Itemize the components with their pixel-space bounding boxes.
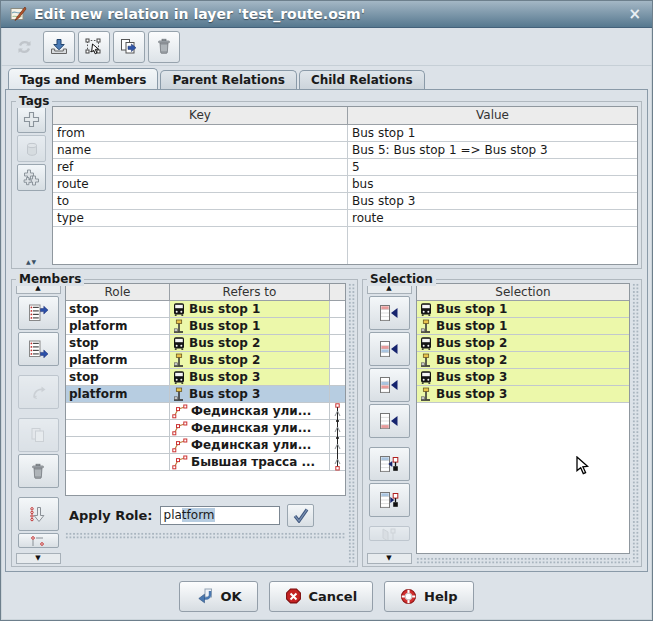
tag-value-cell[interactable]: Bus stop 3 [348, 193, 637, 209]
paste-tags-button[interactable] [17, 164, 46, 191]
members-table-header[interactable]: Role Refers to [66, 284, 345, 301]
add-selection-at-start-button[interactable] [369, 296, 410, 330]
link-column-header[interactable] [330, 284, 345, 300]
member-refers-to-cell[interactable]: Bus stop 1 [170, 318, 330, 334]
selection-row[interactable]: Bus stop 1 [417, 301, 629, 318]
ok-button[interactable]: OK [179, 581, 257, 612]
tag-row-to[interactable]: toBus stop 3 [53, 193, 637, 210]
tags-table-empty-area[interactable] [53, 227, 637, 264]
selection-row[interactable]: Bus stop 1 [417, 318, 629, 335]
members-vertical-scrollbar[interactable] [348, 283, 355, 564]
member-refers-to-cell[interactable]: Фединская ули... [170, 437, 330, 453]
member-refers-to-cell[interactable]: Bus stop 1 [170, 301, 330, 317]
tag-key-cell[interactable]: ref [53, 159, 348, 175]
member-refers-to-cell[interactable]: Фединская ули... [170, 420, 330, 436]
member-role-cell[interactable] [66, 437, 170, 453]
tag-value-cell[interactable]: Bus stop 1 [348, 125, 637, 141]
tab-tags-and-members[interactable]: Tags and Members [8, 68, 158, 89]
member-role-cell[interactable]: stop [66, 369, 170, 385]
tags-scroll-arrows[interactable]: ▲▼ [26, 258, 37, 265]
tag-row-route[interactable]: routebus [53, 176, 637, 193]
member-role-cell[interactable] [66, 420, 170, 436]
add-selection-at-end-button[interactable] [369, 404, 410, 438]
delete-relation-button[interactable] [148, 31, 180, 63]
add-tag-button[interactable] [17, 106, 46, 133]
member-row[interactable]: Фединская ули... [66, 437, 345, 454]
member-row[interactable]: Фединская ули... [66, 420, 345, 437]
tab-child-relations[interactable]: Child Relations [299, 70, 425, 89]
member-row[interactable]: platformBus stop 3 [66, 386, 345, 403]
select-primitives-from-members-button[interactable] [369, 483, 410, 517]
members-scroll-down-button[interactable]: ▼ [16, 553, 61, 564]
tag-row-name[interactable]: nameBus 5: Bus stop 1 => Bus stop 3 [53, 142, 637, 159]
member-row[interactable]: stopBus stop 2 [66, 335, 345, 352]
member-refers-to-cell[interactable]: Бывшая трасса ... [170, 454, 330, 470]
remove-member-button[interactable] [18, 454, 59, 488]
tag-value-cell[interactable]: Bus 5: Bus stop 1 => Bus stop 3 [348, 142, 637, 158]
member-refers-to-cell[interactable]: Bus stop 2 [170, 335, 330, 351]
member-role-cell[interactable]: stop [66, 301, 170, 317]
selection-row[interactable]: Bus stop 3 [417, 369, 629, 386]
tag-value-cell[interactable]: bus [348, 176, 637, 192]
refers-to-column-header[interactable]: Refers to [170, 284, 330, 300]
tag-value-cell[interactable]: 5 [348, 159, 637, 175]
tag-row-from[interactable]: fromBus stop 1 [53, 125, 637, 142]
member-role-cell[interactable]: platform [66, 352, 170, 368]
member-row[interactable]: platformBus stop 2 [66, 352, 345, 369]
apply-role-input[interactable]: platform [160, 506, 280, 525]
tag-key-cell[interactable]: to [53, 193, 348, 209]
member-refers-to-cell[interactable]: Bus stop 3 [170, 369, 330, 385]
member-row[interactable]: stopBus stop 3 [66, 369, 345, 386]
member-role-cell[interactable] [66, 454, 170, 470]
duplicate-relation-button[interactable] [113, 31, 145, 63]
close-button[interactable]: × [626, 7, 643, 22]
cancel-button[interactable]: Cancel [269, 581, 374, 612]
member-role-cell[interactable]: platform [66, 318, 170, 334]
members-table-empty-area[interactable] [66, 471, 345, 495]
selection-horizontal-scrollbar[interactable] [416, 557, 630, 564]
selection-row[interactable]: Bus stop 2 [417, 352, 629, 369]
member-row[interactable]: Фединская ули... [66, 403, 345, 420]
key-column-header[interactable]: Key [53, 107, 348, 124]
select-relation-button[interactable] [78, 31, 110, 63]
member-refers-to-cell[interactable]: Bus stop 2 [170, 352, 330, 368]
role-column-header[interactable]: Role [66, 284, 170, 300]
member-role-cell[interactable] [66, 403, 170, 419]
members-horizontal-scrollbar[interactable] [65, 532, 346, 539]
tag-key-cell[interactable]: route [53, 176, 348, 192]
tag-row-ref[interactable]: ref5 [53, 159, 637, 176]
member-refers-to-cell[interactable]: Фединская ули... [170, 403, 330, 419]
tab-parent-relations[interactable]: Parent Relations [160, 70, 296, 89]
download-members-button[interactable] [18, 497, 59, 531]
tag-key-cell[interactable]: type [53, 210, 348, 226]
add-selection-after-member-button[interactable] [369, 368, 410, 402]
tag-value-cell[interactable]: route [348, 210, 637, 226]
value-column-header[interactable]: Value [348, 107, 637, 124]
selection-vertical-scrollbar[interactable] [632, 283, 639, 564]
apply-role-confirm-button[interactable] [287, 504, 314, 527]
selection-row[interactable]: Bus stop 3 [417, 386, 629, 403]
select-members-from-selection-button[interactable] [369, 447, 410, 481]
tag-row-type[interactable]: typeroute [53, 210, 637, 227]
add-selected-at-start-button[interactable] [18, 296, 59, 330]
sort-members-button[interactable] [18, 533, 59, 548]
selection-scroll-down-button[interactable]: ▼ [367, 553, 412, 564]
selection-table-empty-area[interactable] [417, 403, 629, 553]
selection-table-header[interactable]: Selection [417, 284, 629, 301]
apply-changes-button[interactable] [43, 31, 75, 63]
selection-column-header[interactable]: Selection [417, 284, 629, 300]
member-role-cell[interactable]: stop [66, 335, 170, 351]
member-role-cell[interactable]: platform [66, 386, 170, 402]
member-refers-to-cell[interactable]: Bus stop 3 [170, 386, 330, 402]
help-button[interactable]: Help [384, 581, 473, 612]
titlebar[interactable]: Edit new relation in layer 'test_route.o… [1, 1, 652, 28]
add-selection-before-member-button[interactable] [369, 332, 410, 366]
add-selected-at-end-button[interactable] [18, 332, 59, 366]
member-row[interactable]: platformBus stop 1 [66, 318, 345, 335]
tag-key-cell[interactable]: name [53, 142, 348, 158]
member-row[interactable]: stopBus stop 1 [66, 301, 345, 318]
member-row[interactable]: Бывшая трасса ... [66, 454, 345, 471]
tags-table-header[interactable]: Key Value [53, 107, 637, 125]
tag-key-cell[interactable]: from [53, 125, 348, 141]
selection-row[interactable]: Bus stop 2 [417, 335, 629, 352]
